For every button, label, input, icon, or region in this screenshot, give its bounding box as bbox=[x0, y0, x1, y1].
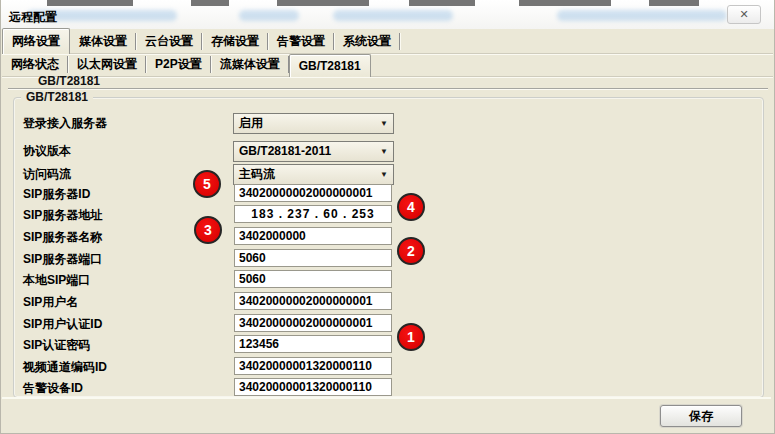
combo-selected-value: GB/T28181-2011 bbox=[239, 144, 331, 158]
chevron-down-icon: ▼ bbox=[380, 166, 388, 184]
tab-gbt28181[interactable]: GB/T28181 bbox=[289, 54, 371, 77]
titlebar-glass-artifact bbox=[557, 10, 727, 21]
background-window-edge-artifact bbox=[649, 0, 699, 6]
save-button[interactable]: 保存 bbox=[660, 405, 742, 427]
sip-server-id-input[interactable] bbox=[234, 184, 392, 202]
tab-media-settings[interactable]: 媒体设置 bbox=[70, 29, 136, 53]
form-row: SIP认证密码 bbox=[14, 335, 763, 357]
sip-server-address-label: SIP服务器地址 bbox=[23, 207, 102, 224]
annotation-badge-3: 3 bbox=[194, 216, 222, 244]
sip-server-id-label: SIP服务器ID bbox=[23, 186, 90, 203]
page-bottom-edge bbox=[2, 397, 771, 399]
tab-alarm-settings[interactable]: 告警设置 bbox=[268, 29, 334, 53]
titlebar-glass-artifact bbox=[333, 10, 453, 21]
chevron-down-icon: ▼ bbox=[380, 115, 388, 133]
form-row: 本地SIP端口 bbox=[14, 270, 763, 292]
protocol-version-label: 协议版本 bbox=[23, 143, 71, 160]
annotation-badge-2: 2 bbox=[397, 237, 425, 265]
groupbox-legend: GB/T28181 bbox=[21, 90, 93, 104]
background-window-edge-artifact bbox=[191, 0, 229, 6]
sip-server-name-label: SIP服务器名称 bbox=[23, 229, 102, 246]
form-row: 视频通道编码ID bbox=[14, 357, 763, 379]
tab-network-settings[interactable]: 网络设置 bbox=[2, 28, 70, 54]
annotation-badge-5: 5 bbox=[193, 170, 221, 198]
tab-ptz-settings[interactable]: 云台设置 bbox=[136, 29, 202, 53]
sip-user-auth-id-label: SIP用户认证ID bbox=[23, 316, 102, 333]
combo-selected-value: 主码流 bbox=[239, 167, 275, 181]
tabstrip-main: 网络设置 媒体设置 云台设置 存储设置 告警设置 系统设置 bbox=[2, 30, 773, 54]
login-access-server-label: 登录接入服务器 bbox=[23, 115, 107, 132]
sip-server-port-label: SIP服务器端口 bbox=[23, 251, 102, 268]
video-channel-code-id-input[interactable] bbox=[234, 357, 392, 375]
video-channel-code-id-label: 视频通道编码ID bbox=[23, 359, 107, 376]
sip-server-name-input[interactable] bbox=[234, 227, 392, 245]
remote-config-dialog: 远程配置 ✕ 网络设置 媒体设置 云台设置 存储设置 告警设置 系统设置 网络状… bbox=[0, 0, 775, 434]
tab-stream-media-settings[interactable]: 流媒体设置 bbox=[211, 52, 289, 76]
background-window-edge-artifact bbox=[47, 0, 133, 6]
sip-auth-password-label: SIP认证密码 bbox=[23, 337, 90, 354]
protocol-version-select[interactable]: GB/T28181-2011 ▼ bbox=[233, 141, 394, 162]
background-window-edge-artifact bbox=[277, 0, 369, 6]
sip-auth-password-input[interactable] bbox=[234, 335, 392, 353]
sip-server-port-input[interactable] bbox=[234, 249, 392, 267]
chevron-down-icon: ▼ bbox=[380, 143, 388, 161]
form-row: SIP服务器名称 bbox=[14, 227, 763, 249]
tab-network-status[interactable]: 网络状态 bbox=[2, 52, 68, 76]
titlebar: 远程配置 ✕ bbox=[1, 0, 774, 29]
tab-system-settings[interactable]: 系统设置 bbox=[334, 29, 400, 53]
sip-username-label: SIP用户名 bbox=[23, 294, 78, 311]
annotation-badge-1: 1 bbox=[397, 323, 425, 351]
form-row: 登录接入服务器 启用 ▼ bbox=[14, 113, 763, 135]
tab-storage-settings[interactable]: 存储设置 bbox=[202, 29, 268, 53]
dialog-title: 远程配置 bbox=[9, 9, 57, 26]
access-stream-label: 访问码流 bbox=[23, 166, 71, 183]
form-row: SIP服务器ID bbox=[14, 184, 763, 206]
login-access-server-select[interactable]: 启用 ▼ bbox=[233, 113, 394, 134]
sip-username-input[interactable] bbox=[234, 292, 392, 310]
annotation-badge-4: 4 bbox=[397, 193, 425, 221]
form-row: SIP用户认证ID bbox=[14, 314, 763, 336]
access-stream-select[interactable]: 主码流 ▼ bbox=[233, 164, 394, 185]
form-row: 协议版本 GB/T28181-2011 ▼ bbox=[14, 141, 763, 163]
titlebar-glass-artifact bbox=[239, 10, 299, 21]
header-separator bbox=[8, 88, 768, 90]
close-button[interactable]: ✕ bbox=[727, 5, 761, 24]
sip-server-address-input[interactable] bbox=[234, 205, 392, 223]
tabstrip-network-sub: 网络状态 以太网设置 P2P设置 流媒体设置 GB/T28181 bbox=[2, 54, 773, 77]
gbt28181-groupbox: GB/T28181 登录接入服务器 启用 ▼ 协议版本 GB/T28181-20… bbox=[13, 97, 764, 398]
form-row: SIP服务器地址 bbox=[14, 205, 763, 227]
background-window-edge-artifact bbox=[409, 0, 475, 6]
local-sip-port-label: 本地SIP端口 bbox=[23, 272, 90, 289]
sip-user-auth-id-input[interactable] bbox=[234, 314, 392, 332]
background-window-edge-artifact bbox=[519, 0, 611, 6]
alarm-device-id-input[interactable] bbox=[234, 378, 392, 396]
form-row: SIP服务器端口 bbox=[14, 249, 763, 271]
tab-p2p-settings[interactable]: P2P设置 bbox=[146, 52, 211, 76]
local-sip-port-input[interactable] bbox=[234, 270, 392, 288]
form-row: SIP用户名 bbox=[14, 292, 763, 314]
alarm-device-id-label: 告警设备ID bbox=[23, 380, 83, 397]
close-icon: ✕ bbox=[739, 8, 748, 20]
tab-ethernet-settings[interactable]: 以太网设置 bbox=[68, 52, 146, 76]
combo-selected-value: 启用 bbox=[239, 116, 263, 130]
page-title: GB/T28181 bbox=[38, 74, 100, 88]
form-row: 访问码流 主码流 ▼ bbox=[14, 164, 763, 186]
